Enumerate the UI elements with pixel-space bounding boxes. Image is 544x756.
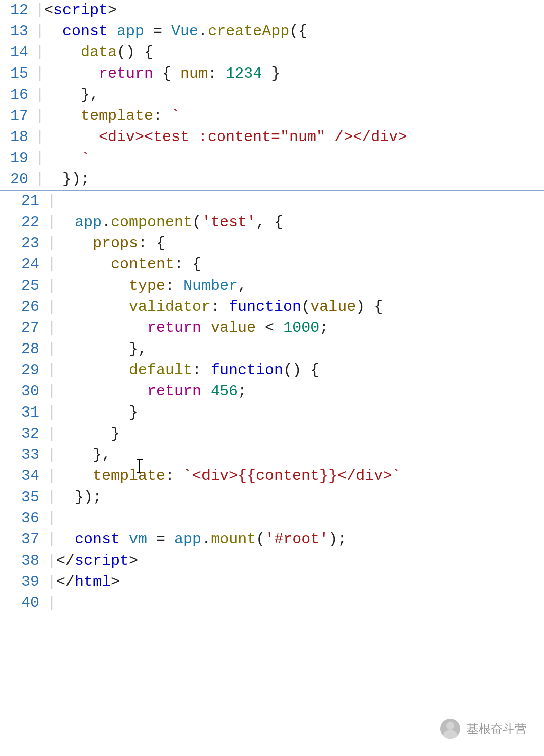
code-content[interactable]: </html> (56, 573, 120, 591)
token: <div><test :content="num" /></div> (99, 128, 407, 146)
token: return (147, 319, 201, 336)
code-content[interactable]: template: ` (44, 107, 180, 125)
token: vm (129, 531, 147, 548)
indent-guide: | (35, 1, 44, 19)
code-line: 38| </script> (0, 551, 544, 572)
code-content[interactable]: type: Number, (56, 277, 247, 295)
code-content[interactable]: app.component('test', { (56, 213, 283, 231)
indent-guide: | (35, 43, 44, 61)
token: > (111, 573, 120, 590)
line-number: 37 (0, 530, 47, 548)
indent-guide: | (35, 128, 44, 146)
indent-guide: | (47, 277, 56, 295)
line-number: 23 (0, 234, 47, 252)
code-content[interactable]: }, (44, 86, 99, 104)
code-line: 18| <div><test :content="num" /></div> (0, 127, 544, 148)
code-line: 28| }, (0, 339, 544, 360)
token: ) { (356, 298, 383, 315)
token: () { (283, 362, 319, 379)
code-content[interactable]: return { num: 1234 } (44, 64, 280, 83)
code-content[interactable]: const vm = app.mount('#root'); (56, 530, 347, 548)
code-line: 19| ` (0, 148, 544, 169)
token: . (102, 214, 111, 231)
code-content[interactable]: </script> (56, 552, 138, 570)
code-content[interactable]: }, (56, 340, 147, 358)
line-number: 34 (0, 467, 47, 485)
code-content[interactable]: template: `<div>{{content}}</div>` (56, 467, 401, 485)
code-content[interactable]: return 456; (56, 382, 247, 400)
line-number: 29 (0, 361, 47, 379)
code-line: 34| template: `<div>{{content}}</div>` (0, 466, 544, 487)
indent-guide: | (47, 509, 56, 527)
token: , { (256, 214, 283, 231)
code-content[interactable]: default: function() { (56, 361, 319, 379)
code-content[interactable]: } (56, 425, 120, 443)
indent-guide: | (47, 488, 56, 506)
token: html (75, 573, 111, 590)
code-line: 13| const app = Vue.createApp({ (0, 21, 544, 42)
token: return (147, 383, 201, 400)
token: template (81, 107, 153, 124)
token: } (262, 65, 280, 82)
code-content[interactable]: content: { (56, 255, 201, 273)
line-number: 13 (0, 22, 35, 40)
token: script (75, 552, 129, 569)
token: } (111, 425, 120, 442)
token: ( (192, 214, 201, 231)
token: . (198, 23, 208, 40)
token: createApp (208, 23, 289, 40)
code-content[interactable]: return value < 1000; (56, 319, 328, 337)
code-line: 27| return value < 1000; (0, 318, 544, 339)
token: : (153, 107, 171, 124)
code-line: 40| (0, 593, 544, 614)
token: 456 (211, 383, 238, 400)
indent-guide: | (47, 298, 56, 316)
code-line: 23| props: { (0, 233, 544, 254)
token: ` (171, 107, 180, 124)
token: component (111, 214, 192, 231)
token: const (75, 531, 129, 548)
code-content[interactable]: }); (44, 170, 90, 188)
code-line: 25| type: Number, (0, 276, 544, 297)
token: value (310, 298, 356, 315)
line-number: 30 (0, 382, 47, 400)
token: }); (75, 489, 102, 506)
token: }, (129, 340, 147, 358)
line-number: 40 (0, 594, 47, 612)
line-number: 27 (0, 319, 47, 337)
code-content[interactable]: ` (44, 149, 90, 167)
line-number: 24 (0, 255, 47, 273)
code-line: 26| validator: function(value) { (0, 297, 544, 318)
token (201, 383, 211, 400)
line-number: 36 (0, 509, 47, 527)
line-number: 28 (0, 340, 47, 358)
token: ` (81, 150, 90, 167)
token: : { (174, 256, 201, 273)
code-content[interactable]: const app = Vue.createApp({ (44, 22, 307, 40)
token: }, (81, 86, 99, 103)
code-content[interactable]: <script> (44, 1, 117, 19)
token: app (117, 23, 144, 40)
line-number: 33 (0, 446, 47, 464)
token: ( (256, 531, 265, 548)
token: script (53, 2, 108, 19)
line-number: 31 (0, 403, 47, 422)
code-content[interactable]: validator: function(value) { (56, 298, 383, 316)
code-content[interactable]: }); (56, 488, 102, 506)
token: = (144, 23, 171, 40)
code-content[interactable]: }, (56, 446, 147, 464)
indent-guide: | (35, 86, 44, 104)
indent-guide: | (47, 234, 56, 252)
indent-guide: | (47, 340, 56, 358)
code-content[interactable]: props: { (56, 234, 165, 252)
code-line: 24| content: { (0, 254, 544, 276)
code-content[interactable]: } (56, 403, 138, 422)
code-line: 37| const vm = app.mount('#root'); (0, 529, 544, 551)
indent-guide: | (47, 446, 56, 464)
code-section-lower: 21| 22| app.component('test', {23| props… (0, 191, 544, 614)
line-number: 15 (0, 64, 35, 83)
code-content[interactable]: data() { (44, 43, 153, 61)
token: > (108, 2, 117, 19)
token: Vue (171, 23, 198, 40)
code-content[interactable]: <div><test :content="num" /></div> (44, 128, 407, 146)
